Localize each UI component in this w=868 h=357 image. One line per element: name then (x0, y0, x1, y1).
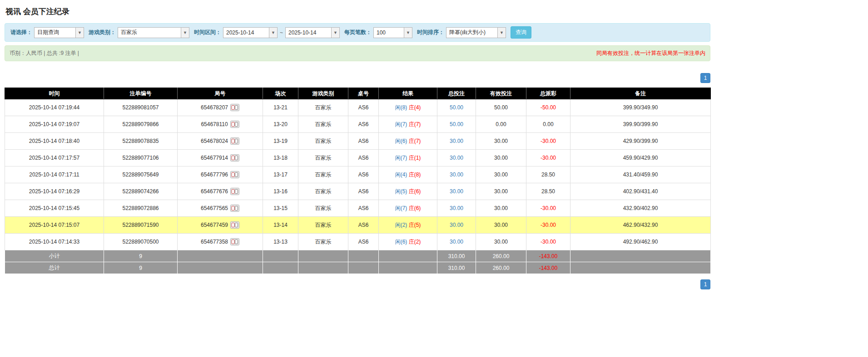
cell-payout: 28.50 (526, 183, 570, 200)
cell-valid-bet: 30.00 (476, 166, 526, 183)
game-type-value: 百家乐 (118, 28, 181, 38)
result-player: 闲(7) (395, 205, 407, 211)
total-valid-bet: 260.00 (476, 262, 526, 274)
total-bet-link[interactable]: 30.00 (450, 155, 463, 161)
sort-order-label: 时间排序： (417, 29, 444, 36)
cell-payout: -30.00 (526, 200, 570, 217)
cell-note: 402.90/431.40 (570, 183, 711, 200)
cell-round: 654677459 (178, 217, 263, 234)
cell-session: 13-18 (263, 150, 298, 166)
cell-total-bet: 30.00 (437, 234, 476, 250)
cell-round: 654678024 (178, 133, 263, 150)
sort-order-select[interactable]: 降幂(由大到小) ▼ (446, 27, 506, 38)
sort-order-value: 降幂(由大到小) (446, 28, 497, 38)
header-valid-bet: 有效投注 (476, 88, 526, 99)
page-size-select[interactable]: 100 ▼ (373, 27, 412, 38)
page-title: 视讯 会员下注纪录 (5, 6, 710, 17)
result-player: 闲(7) (395, 155, 407, 161)
total-bet-link[interactable]: 30.00 (450, 239, 463, 245)
total-bet-link[interactable]: 30.00 (450, 138, 463, 144)
chevron-down-icon[interactable]: ▼ (269, 28, 277, 38)
cell-result: 闲(7) 庄(1) (379, 150, 437, 166)
cell-game-type: 百家乐 (298, 99, 348, 116)
date-from-input[interactable]: 2025-10-14 ▼ (223, 27, 278, 38)
cell-payout: -30.00 (526, 150, 570, 166)
cell-result: 闲(7) 庄(7) (379, 116, 437, 133)
cell-session: 13-20 (263, 116, 298, 133)
cell-valid-bet: 30.00 (476, 200, 526, 217)
cell-note: 399.90/399.90 (570, 116, 711, 133)
cell-table-no: AS6 (348, 200, 379, 217)
date-range-label: 时间区间： (194, 29, 221, 36)
cell-bet-id: 522889074266 (104, 183, 178, 200)
result-banker: 庄(2) (409, 239, 421, 245)
total-bet-link[interactable]: 50.00 (450, 121, 463, 127)
round-number: 654678110 (201, 121, 228, 127)
header-round: 局号 (178, 88, 263, 99)
total-label: 总计 (5, 262, 104, 274)
cell-result: 闲(8) 庄(4) (379, 99, 437, 116)
cell-table-no: AS6 (348, 99, 379, 116)
cell-payout: -30.00 (526, 133, 570, 150)
page-1-button[interactable]: 1 (700, 279, 710, 289)
cell-time: 2025-10-14 07:19:07 (5, 116, 104, 133)
query-type-value: 日期查询 (35, 28, 75, 38)
cell-payout: -50.00 (526, 99, 570, 116)
round-number: 654678024 (201, 138, 228, 144)
round-result-icon[interactable] (230, 104, 239, 111)
round-result-icon[interactable] (230, 121, 239, 128)
chevron-down-icon[interactable]: ▼ (497, 28, 506, 38)
header-payout: 总派彩 (526, 88, 570, 99)
cell-bet-id: 522889075649 (104, 166, 178, 183)
result-banker: 庄(6) (409, 188, 421, 195)
cell-round: 654677914 (178, 150, 263, 166)
header-result: 结果 (379, 88, 437, 99)
chevron-down-icon[interactable]: ▼ (331, 28, 339, 38)
total-bet-link[interactable]: 30.00 (450, 171, 463, 178)
total-count: 9 (104, 262, 178, 274)
cell-game-type: 百家乐 (298, 116, 348, 133)
query-type-select[interactable]: 日期查询 ▼ (34, 27, 84, 38)
round-result-icon[interactable] (230, 154, 239, 161)
cell-bet-id: 522889077106 (104, 150, 178, 166)
header-total-bet: 总投注 (437, 88, 476, 99)
cell-total-bet: 30.00 (437, 200, 476, 217)
info-bar: 币别：人民币 | 总共 :9 注单 | 同局有效投注，统一计算在该局第一张注单内 (5, 45, 710, 61)
chevron-down-icon[interactable]: ▼ (181, 28, 189, 38)
round-result-icon[interactable] (230, 238, 239, 245)
total-bet-link[interactable]: 30.00 (450, 205, 463, 211)
total-bet-link[interactable]: 30.00 (450, 188, 463, 195)
cell-result: 闲(6) 庄(7) (379, 133, 437, 150)
cell-table-no: AS6 (348, 183, 379, 200)
cell-session: 13-19 (263, 133, 298, 150)
round-number: 654677796 (201, 171, 228, 178)
header-game-type: 游戏类别 (298, 88, 348, 99)
cell-valid-bet: 30.00 (476, 183, 526, 200)
search-button[interactable]: 查询 (511, 26, 531, 39)
chevron-down-icon[interactable]: ▼ (75, 28, 84, 38)
date-range-tilde: ~ (280, 29, 283, 36)
result-banker: 庄(7) (409, 121, 421, 127)
round-result-icon[interactable] (230, 171, 239, 178)
chevron-down-icon[interactable]: ▼ (404, 28, 412, 38)
cell-game-type: 百家乐 (298, 183, 348, 200)
result-banker: 庄(5) (409, 222, 421, 228)
cell-round: 654677796 (178, 166, 263, 183)
table-header-row: 时间 注单编号 局号 场次 游戏类别 桌号 结果 总投注 有效投注 总派彩 备注 (5, 88, 711, 99)
game-type-select[interactable]: 百家乐 ▼ (118, 27, 189, 38)
date-to-input[interactable]: 2025-10-14 ▼ (285, 27, 340, 38)
cell-payout: 28.50 (526, 166, 570, 183)
date-to-value: 2025-10-14 (286, 28, 331, 38)
table-row: 2025-10-14 07:17:57522889077106654677914… (5, 150, 711, 166)
pagination-top: 1 (5, 73, 710, 83)
round-result-icon[interactable] (230, 137, 239, 145)
round-result-icon[interactable] (230, 205, 239, 212)
total-bet-link[interactable]: 30.00 (450, 222, 463, 228)
cell-payout: -30.00 (526, 217, 570, 234)
page-1-button[interactable]: 1 (700, 73, 710, 83)
subtotal-row: 小计 9 310.00 260.00 -143.00 (5, 250, 711, 262)
round-result-icon[interactable] (230, 188, 239, 195)
total-bet-link[interactable]: 50.00 (450, 104, 463, 111)
round-result-icon[interactable] (230, 221, 239, 229)
cell-result: 闲(2) 庄(5) (379, 217, 437, 234)
